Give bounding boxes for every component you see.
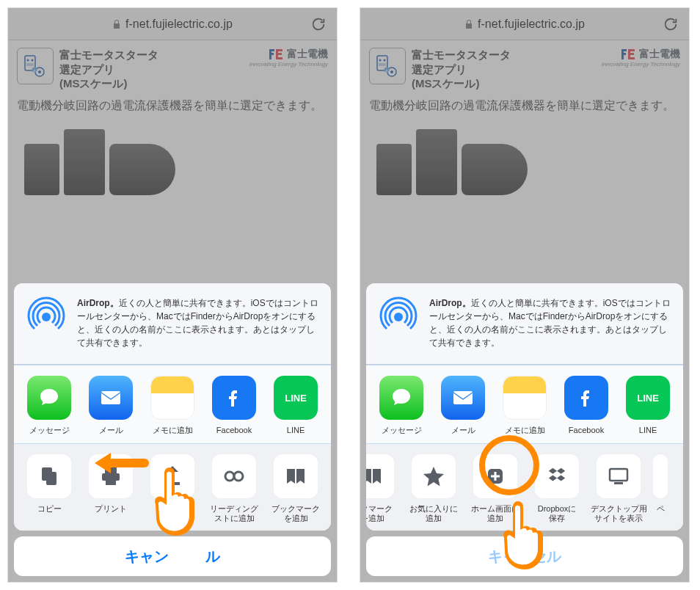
airdrop-label: AirDrop。 bbox=[429, 298, 471, 308]
action-bookmark[interactable]: ックマーク を追加 bbox=[366, 454, 403, 523]
share-apps-row[interactable]: メッセージ メール メモに追加 Facebook LINELINE bbox=[366, 365, 683, 443]
svg-point-17 bbox=[225, 472, 234, 481]
phone-screenshot-right: f-net.fujielectric.co.jp + 富士モータスタータ 選定ア… bbox=[360, 7, 690, 583]
action-desktop-site[interactable]: デスクトップ用 サイトを表示 bbox=[588, 454, 649, 523]
share-line[interactable]: LINELINE bbox=[617, 376, 679, 435]
svg-rect-15 bbox=[106, 479, 116, 485]
share-line[interactable]: LINELINE bbox=[265, 376, 327, 435]
share-messages[interactable]: メッセージ bbox=[371, 376, 432, 435]
action-favorite[interactable]: お気に入りに 追加 bbox=[403, 454, 464, 523]
action-reading-list[interactable]: リーディング ストに追加 bbox=[203, 454, 265, 523]
share-notes[interactable]: メモに追加 bbox=[494, 376, 555, 435]
share-apps-row[interactable]: メッセージ メール メモに追加 Facebook LINELINE bbox=[14, 365, 331, 443]
svg-text:LINE: LINE bbox=[285, 393, 307, 404]
share-actions-row[interactable]: ックマーク を追加 お気に入りに 追加 ホーム画面に 追加 Dropboxに 保… bbox=[366, 444, 683, 531]
share-mail[interactable]: メール bbox=[80, 376, 142, 435]
airdrop-icon bbox=[26, 296, 67, 338]
svg-rect-28 bbox=[453, 391, 473, 404]
share-facebook[interactable]: Facebook bbox=[203, 376, 265, 435]
action-print[interactable]: プリント bbox=[80, 454, 142, 523]
cancel-button[interactable]: キャンル bbox=[14, 536, 331, 576]
svg-point-27 bbox=[394, 313, 403, 321]
phone-screenshot-left: f-net.fujielectric.co.jp + 富士モータスタータ 選定ア… bbox=[7, 7, 338, 583]
svg-rect-13 bbox=[105, 467, 117, 473]
cancel-button[interactable]: キャンセル bbox=[366, 536, 683, 576]
action-bookmark[interactable]: ブックマーク を追加 bbox=[265, 454, 327, 523]
action-dropbox[interactable]: Dropboxに 保存 bbox=[526, 454, 588, 523]
svg-rect-33 bbox=[610, 469, 627, 481]
action-copy[interactable]: コピー bbox=[18, 454, 80, 523]
share-sheet: AirDrop。近くの人と簡単に共有できます。iOSではコントロールセンターから… bbox=[8, 277, 337, 582]
share-sheet: AirDrop。近くの人と簡単に共有できます。iOSではコントロールセンターから… bbox=[360, 277, 689, 582]
share-actions-row[interactable]: コピー プリント Sav リーディング ストに追加 ブックマーク を追加 bbox=[14, 444, 331, 531]
share-facebook[interactable]: Facebook bbox=[555, 376, 617, 435]
svg-point-8 bbox=[42, 313, 51, 321]
svg-rect-32 bbox=[491, 475, 500, 477]
svg-rect-34 bbox=[614, 482, 623, 484]
svg-rect-9 bbox=[101, 391, 120, 404]
airdrop-section[interactable]: AirDrop。近くの人と簡単に共有できます。iOSではコントロールセンターから… bbox=[14, 283, 331, 364]
airdrop-label: AirDrop。 bbox=[77, 298, 119, 308]
airdrop-section[interactable]: AirDrop。近くの人と簡単に共有できます。iOSではコントロールセンターから… bbox=[366, 283, 683, 364]
action-add-to-home[interactable]: ホーム画面に 追加 bbox=[464, 454, 526, 523]
share-notes[interactable]: メモに追加 bbox=[142, 376, 203, 435]
share-mail[interactable]: メール bbox=[432, 376, 494, 435]
svg-rect-12 bbox=[46, 472, 56, 485]
airdrop-icon bbox=[378, 296, 419, 338]
svg-rect-16 bbox=[165, 482, 180, 485]
share-messages[interactable]: メッセージ bbox=[18, 376, 80, 435]
svg-text:LINE: LINE bbox=[637, 393, 659, 404]
svg-point-18 bbox=[234, 472, 243, 481]
action-save[interactable]: Sav bbox=[142, 454, 203, 523]
action-more[interactable]: ペ bbox=[649, 454, 671, 523]
